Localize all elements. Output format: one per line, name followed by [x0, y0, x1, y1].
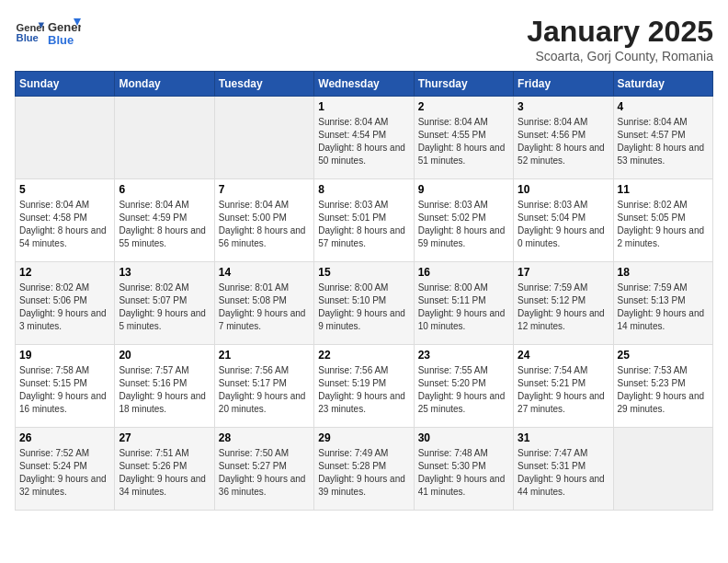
calendar-title: January 2025: [527, 15, 713, 49]
day-number: 8: [318, 183, 409, 196]
day-number: 18: [618, 266, 709, 279]
day-number: 5: [19, 183, 110, 196]
day-info: Sunrise: 7:58 AMSunset: 5:15 PMDaylight:…: [19, 364, 110, 416]
day-info: Sunrise: 7:55 AMSunset: 5:20 PMDaylight:…: [418, 364, 509, 416]
weekday-header: Friday: [514, 72, 613, 97]
day-info: Sunrise: 8:03 AMSunset: 5:04 PMDaylight:…: [518, 199, 609, 250]
calendar-cell: 7Sunrise: 8:04 AMSunset: 5:00 PMDaylight…: [214, 179, 313, 262]
day-number: 17: [518, 266, 609, 279]
day-info: Sunrise: 7:53 AMSunset: 5:23 PMDaylight:…: [618, 364, 709, 416]
calendar-cell: 27Sunrise: 7:51 AMSunset: 5:26 PMDayligh…: [115, 428, 214, 511]
day-info: Sunrise: 8:02 AMSunset: 5:07 PMDaylight:…: [119, 282, 210, 333]
day-info: Sunrise: 7:47 AMSunset: 5:31 PMDaylight:…: [518, 447, 609, 499]
day-info: Sunrise: 7:56 AMSunset: 5:19 PMDaylight:…: [318, 364, 409, 416]
day-info: Sunrise: 8:03 AMSunset: 5:01 PMDaylight:…: [318, 199, 409, 250]
day-info: Sunrise: 8:04 AMSunset: 5:00 PMDaylight:…: [219, 199, 310, 250]
day-info: Sunrise: 7:59 AMSunset: 5:12 PMDaylight:…: [518, 282, 609, 333]
calendar-cell: [115, 97, 214, 179]
day-number: 4: [618, 100, 709, 113]
day-number: 30: [418, 431, 509, 444]
calendar-cell: 29Sunrise: 7:49 AMSunset: 5:28 PMDayligh…: [314, 428, 414, 511]
calendar-cell: 11Sunrise: 8:02 AMSunset: 5:05 PMDayligh…: [613, 179, 712, 262]
day-number: 26: [19, 431, 110, 444]
day-number: 3: [518, 100, 609, 113]
day-number: 15: [318, 266, 409, 279]
weekday-header: Saturday: [613, 72, 712, 97]
day-info: Sunrise: 7:50 AMSunset: 5:27 PMDaylight:…: [219, 447, 310, 499]
calendar-cell: 4Sunrise: 8:04 AMSunset: 4:57 PMDaylight…: [613, 97, 712, 179]
day-number: 20: [119, 349, 210, 362]
calendar-cell: 12Sunrise: 8:02 AMSunset: 5:06 PMDayligh…: [16, 262, 115, 345]
logo-bird-icon: General Blue: [48, 15, 81, 48]
day-number: 25: [618, 349, 709, 362]
day-number: 9: [418, 183, 509, 196]
day-number: 19: [19, 349, 110, 362]
calendar-cell: 14Sunrise: 8:01 AMSunset: 5:08 PMDayligh…: [214, 262, 313, 345]
calendar-cell: 16Sunrise: 8:00 AMSunset: 5:11 PMDayligh…: [414, 262, 513, 345]
day-info: Sunrise: 7:48 AMSunset: 5:30 PMDaylight:…: [418, 447, 509, 499]
day-info: Sunrise: 8:02 AMSunset: 5:05 PMDaylight:…: [618, 199, 709, 250]
calendar-cell: 13Sunrise: 8:02 AMSunset: 5:07 PMDayligh…: [115, 262, 214, 345]
calendar-cell: 5Sunrise: 8:04 AMSunset: 4:58 PMDaylight…: [16, 179, 115, 262]
weekday-header-row: SundayMondayTuesdayWednesdayThursdayFrid…: [16, 72, 713, 97]
weekday-header: Monday: [115, 72, 214, 97]
svg-text:Blue: Blue: [48, 33, 74, 47]
calendar-week-row: 1Sunrise: 8:04 AMSunset: 4:54 PMDaylight…: [16, 97, 713, 179]
day-number: 24: [518, 349, 609, 362]
weekday-header: Sunday: [16, 72, 115, 97]
logo-icon: General Blue: [15, 17, 44, 46]
day-number: 29: [318, 431, 409, 444]
calendar-cell: 23Sunrise: 7:55 AMSunset: 5:20 PMDayligh…: [414, 345, 513, 428]
calendar-cell: [16, 97, 115, 179]
svg-text:Blue: Blue: [17, 32, 39, 43]
calendar-cell: [613, 428, 712, 511]
calendar-cell: 15Sunrise: 8:00 AMSunset: 5:10 PMDayligh…: [314, 262, 414, 345]
day-number: 10: [518, 183, 609, 196]
day-info: Sunrise: 8:04 AMSunset: 4:55 PMDaylight:…: [418, 116, 509, 167]
calendar-cell: 9Sunrise: 8:03 AMSunset: 5:02 PMDaylight…: [414, 179, 513, 262]
day-info: Sunrise: 8:04 AMSunset: 4:59 PMDaylight:…: [119, 199, 210, 250]
day-number: 13: [119, 266, 210, 279]
day-number: 27: [119, 431, 210, 444]
calendar-cell: 19Sunrise: 7:58 AMSunset: 5:15 PMDayligh…: [16, 345, 115, 428]
day-info: Sunrise: 7:54 AMSunset: 5:21 PMDaylight:…: [518, 364, 609, 416]
day-info: Sunrise: 8:03 AMSunset: 5:02 PMDaylight:…: [418, 199, 509, 250]
calendar-cell: 2Sunrise: 8:04 AMSunset: 4:55 PMDaylight…: [414, 97, 513, 179]
day-number: 11: [618, 183, 709, 196]
weekday-header: Thursday: [414, 72, 513, 97]
day-info: Sunrise: 8:02 AMSunset: 5:06 PMDaylight:…: [19, 282, 110, 333]
calendar-cell: 31Sunrise: 7:47 AMSunset: 5:31 PMDayligh…: [514, 428, 613, 511]
day-number: 22: [318, 349, 409, 362]
day-info: Sunrise: 8:00 AMSunset: 5:11 PMDaylight:…: [418, 282, 509, 333]
day-info: Sunrise: 7:51 AMSunset: 5:26 PMDaylight:…: [119, 447, 210, 499]
day-info: Sunrise: 8:04 AMSunset: 4:57 PMDaylight:…: [618, 116, 709, 167]
calendar-cell: 28Sunrise: 7:50 AMSunset: 5:27 PMDayligh…: [214, 428, 313, 511]
day-number: 14: [219, 266, 310, 279]
day-info: Sunrise: 8:01 AMSunset: 5:08 PMDaylight:…: [219, 282, 310, 333]
calendar-cell: 1Sunrise: 8:04 AMSunset: 4:54 PMDaylight…: [314, 97, 414, 179]
calendar-week-row: 26Sunrise: 7:52 AMSunset: 5:24 PMDayligh…: [16, 428, 713, 511]
day-number: 16: [418, 266, 509, 279]
day-info: Sunrise: 7:57 AMSunset: 5:16 PMDaylight:…: [119, 364, 210, 416]
day-number: 6: [119, 183, 210, 196]
calendar-cell: 22Sunrise: 7:56 AMSunset: 5:19 PMDayligh…: [314, 345, 414, 428]
weekday-header: Wednesday: [314, 72, 414, 97]
day-info: Sunrise: 8:04 AMSunset: 4:58 PMDaylight:…: [19, 199, 110, 250]
calendar-cell: 20Sunrise: 7:57 AMSunset: 5:16 PMDayligh…: [115, 345, 214, 428]
day-info: Sunrise: 8:04 AMSunset: 4:54 PMDaylight:…: [318, 116, 409, 167]
day-info: Sunrise: 8:04 AMSunset: 4:56 PMDaylight:…: [518, 116, 609, 167]
day-info: Sunrise: 8:00 AMSunset: 5:10 PMDaylight:…: [318, 282, 409, 333]
calendar-table: SundayMondayTuesdayWednesdayThursdayFrid…: [15, 71, 713, 511]
day-info: Sunrise: 7:56 AMSunset: 5:17 PMDaylight:…: [219, 364, 310, 416]
calendar-cell: 21Sunrise: 7:56 AMSunset: 5:17 PMDayligh…: [214, 345, 313, 428]
day-number: 2: [418, 100, 509, 113]
day-number: 7: [219, 183, 310, 196]
page-header: General Blue General Blue January 2025 S…: [15, 15, 713, 63]
day-number: 31: [518, 431, 609, 444]
logo: General Blue General Blue: [15, 15, 81, 48]
calendar-subtitle: Scoarta, Gorj County, Romania: [527, 49, 713, 63]
weekday-header: Tuesday: [214, 72, 313, 97]
calendar-week-row: 12Sunrise: 8:02 AMSunset: 5:06 PMDayligh…: [16, 262, 713, 345]
calendar-cell: 6Sunrise: 8:04 AMSunset: 4:59 PMDaylight…: [115, 179, 214, 262]
title-block: January 2025 Scoarta, Gorj County, Roman…: [527, 15, 713, 63]
